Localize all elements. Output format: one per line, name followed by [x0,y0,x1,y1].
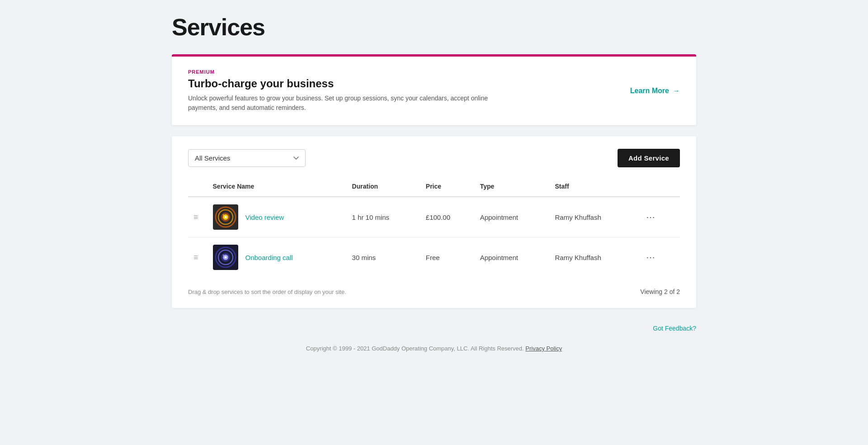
col-type: Type [475,178,550,197]
service-actions-cell: ⋯ [637,237,680,278]
col-duration: Duration [347,178,420,197]
service-type: Appointment [475,237,550,278]
service-staff: Ramy Khuffash [550,197,637,237]
services-filter-select[interactable]: All Services [188,149,306,167]
drag-handle-cell[interactable]: ≡ [188,197,208,237]
more-options-button[interactable]: ⋯ [642,210,660,224]
premium-banner-content: PREMIUM Turbo-charge your business Unloc… [188,69,505,113]
service-actions-cell: ⋯ [637,197,680,237]
svg-point-13 [222,255,224,256]
service-duration: 1 hr 10 mins [347,197,420,237]
svg-point-6 [222,214,224,216]
more-dots-icon: ⋯ [646,252,656,263]
table-footer: Drag & drop services to sort the order o… [188,286,680,295]
service-staff: Ramy Khuffash [550,237,637,278]
col-name: Service Name [208,178,347,197]
service-price: Free [420,237,475,278]
services-section: All Services Add Service Service Name Du… [172,136,696,308]
service-thumbnail [213,245,238,270]
service-thumbnail [213,204,238,230]
table-row: ≡ Onboarding call 30 mins F [188,237,680,278]
learn-more-label: Learn More [630,87,669,95]
table-header-row: Service Name Duration Price Type Staff [188,178,680,197]
premium-banner: PREMIUM Turbo-charge your business Unloc… [172,54,696,125]
col-staff: Staff [550,178,637,197]
service-type: Appointment [475,197,550,237]
arrow-right-icon: → [673,87,680,95]
premium-description: Unlock powerful features to grow your bu… [188,94,505,113]
drag-handle-cell[interactable]: ≡ [188,237,208,278]
service-price: £100.00 [420,197,475,237]
more-dots-icon: ⋯ [646,212,656,222]
premium-label: PREMIUM [188,69,505,75]
svg-point-12 [224,256,226,259]
col-actions [637,178,680,197]
service-name-link[interactable]: Video review [245,213,284,221]
col-drag [188,178,208,197]
premium-title: Turbo-charge your business [188,77,505,90]
more-options-button[interactable]: ⋯ [642,250,660,265]
viewing-count: Viewing 2 of 2 [640,288,680,295]
table-row: ≡ Video review 1 hr 10 mins [188,197,680,237]
svg-point-5 [224,216,226,218]
copyright-text: Copyright © 1999 - 2021 GodDaddy Operati… [306,345,524,352]
services-table: Service Name Duration Price Type Staff ≡ [188,178,680,277]
page-title: Services [172,14,696,41]
drag-handle-icon[interactable]: ≡ [193,213,202,222]
copyright-bar: Copyright © 1999 - 2021 GodDaddy Operati… [172,345,696,361]
drag-handle-icon[interactable]: ≡ [193,253,202,262]
feedback-link[interactable]: Got Feedback? [653,325,696,332]
learn-more-link[interactable]: Learn More → [630,87,680,95]
services-toolbar: All Services Add Service [188,149,680,167]
service-name-cell: Video review [208,197,347,237]
service-name-link[interactable]: Onboarding call [245,254,293,261]
service-duration: 30 mins [347,237,420,278]
add-service-button[interactable]: Add Service [618,149,680,167]
page-footer: Got Feedback? [172,324,696,332]
privacy-policy-link[interactable]: Privacy Policy [525,345,562,352]
col-price: Price [420,178,475,197]
drag-hint-text: Drag & drop services to sort the order o… [188,289,346,295]
service-name-cell: Onboarding call [208,237,347,278]
